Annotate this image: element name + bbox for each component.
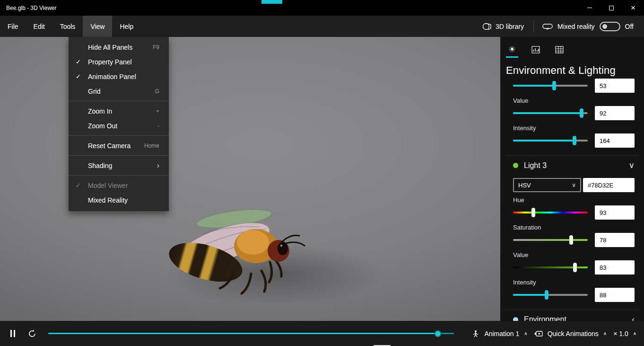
intensity-label: Intensity — [513, 279, 635, 286]
check-icon: ✓ — [76, 73, 81, 80]
light3-section-header[interactable]: Light 3 ∨ — [506, 155, 638, 175]
intensity-label: Intensity — [513, 124, 635, 132]
pause-button[interactable] — [7, 328, 19, 340]
timeline-slider[interactable] — [48, 333, 454, 334]
light3-intensity-slider[interactable] — [513, 288, 588, 302]
speed-label: × 1.0 — [613, 330, 628, 337]
menu-help[interactable]: Help — [112, 16, 141, 37]
3d-library-icon — [482, 22, 492, 31]
slider-handle[interactable] — [552, 81, 556, 90]
light2-value-input[interactable] — [595, 106, 635, 120]
menu-item-hide-all-panels[interactable]: Hide All Panels F9 — [69, 40, 169, 54]
menu-item-mixed-reality[interactable]: Mixed Reality — [69, 193, 169, 207]
grid-icon — [555, 46, 564, 53]
mixed-reality-toggle[interactable] — [600, 22, 620, 31]
maximize-icon — [609, 6, 614, 10]
light2-value-slider[interactable] — [513, 106, 588, 120]
animation-selector[interactable]: Animation 1 ∧ — [471, 329, 527, 338]
tab-lighting[interactable]: ☀ — [506, 45, 518, 58]
menu-separator — [69, 101, 169, 101]
window-controls: × — [579, 0, 644, 16]
value-slider[interactable] — [513, 260, 588, 275]
menu-item-property-panel[interactable]: ✓ Property Panel — [69, 54, 169, 69]
menu-view[interactable]: View — [83, 16, 112, 37]
light2-intensity-input[interactable] — [595, 133, 635, 148]
maximize-button[interactable] — [600, 0, 622, 16]
mixed-reality-label: Mixed reality — [557, 23, 595, 30]
chevron-up-icon: ∧ — [632, 331, 636, 336]
menu-tools[interactable]: Tools — [52, 16, 83, 37]
value-input[interactable] — [595, 260, 635, 275]
tab-stats[interactable] — [530, 46, 542, 58]
quick-animations-button[interactable]: Quick Animations ∧ — [534, 330, 607, 337]
playback-speed-button[interactable]: × 1.0 ∧ — [613, 330, 636, 337]
active-tab-underline — [506, 56, 518, 58]
light3-name: Light 3 — [524, 161, 547, 170]
hue-input[interactable] — [595, 205, 635, 220]
loop-icon — [27, 329, 37, 338]
hue-slider[interactable] — [513, 205, 588, 220]
3d-library-button[interactable]: 3D library — [478, 22, 529, 31]
menu-item-animation-panel[interactable]: ✓ Animation Panel — [69, 69, 169, 84]
environment-section-header[interactable]: Environment ‹ — [506, 310, 638, 321]
saturation-label: Saturation — [513, 224, 635, 231]
value-label: Value — [513, 251, 635, 258]
chevron-up-icon: ∧ — [523, 331, 527, 336]
bee-model[interactable] — [163, 202, 324, 296]
close-button[interactable]: × — [622, 0, 644, 16]
menu-file[interactable]: File — [0, 16, 26, 37]
pause-icon — [10, 330, 12, 337]
slider-handle[interactable] — [580, 108, 583, 118]
3d-library-label: 3D library — [496, 23, 524, 30]
chevron-down-icon[interactable]: ∨ — [629, 160, 635, 170]
menu-item-model-viewer[interactable]: ✓ Model Viewer — [69, 178, 169, 193]
slider-handle[interactable] — [531, 208, 535, 217]
minimize-icon — [587, 8, 592, 8]
light2-saturation-slider[interactable] — [513, 79, 588, 93]
environment-name: Environment — [524, 315, 566, 321]
slider-handle[interactable] — [569, 235, 573, 245]
tab-grid[interactable] — [553, 46, 566, 58]
timeline-handle[interactable] — [435, 330, 442, 337]
check-icon: ✓ — [76, 182, 81, 189]
panel-title: Environment & Lighting — [500, 58, 644, 78]
chevron-down-icon: ∨ — [572, 182, 576, 188]
minimize-button[interactable] — [579, 0, 600, 16]
accent-mark — [261, 0, 282, 4]
saturation-slider[interactable] — [513, 233, 588, 247]
menubar-separator — [533, 21, 534, 32]
slider-handle[interactable] — [545, 290, 548, 300]
saturation-input[interactable] — [595, 233, 635, 247]
hex-color-input[interactable] — [583, 178, 635, 192]
toggle-knob — [602, 24, 607, 29]
chevron-left-icon[interactable]: ‹ — [632, 315, 635, 321]
menu-edit[interactable]: Edit — [26, 16, 52, 37]
menu-item-reset-camera[interactable]: Reset Camera Home — [69, 138, 169, 153]
loop-button[interactable] — [27, 329, 37, 338]
slider-handle[interactable] — [573, 136, 576, 145]
color-mode-select[interactable]: HSV ∨ — [513, 178, 581, 192]
menubar: File Edit Tools View Help 3D library Mix… — [0, 16, 644, 37]
menu-separator — [69, 135, 169, 136]
mixed-reality-state: Off — [625, 23, 634, 30]
menu-item-grid[interactable]: Grid G — [69, 84, 169, 98]
light2-saturation-input[interactable] — [595, 79, 635, 93]
sun-icon: ☀ — [508, 45, 515, 53]
menu-separator — [69, 155, 169, 156]
environment-color-dot — [513, 317, 518, 321]
slider-handle[interactable] — [573, 263, 577, 272]
close-icon: × — [631, 4, 635, 12]
animation-label: Animation 1 — [484, 330, 519, 337]
light3-intensity-input[interactable] — [595, 288, 635, 302]
animation-icon — [471, 329, 480, 338]
chevron-up-icon: ∧ — [602, 331, 607, 336]
mixed-reality-control: Mixed reality Off — [539, 22, 634, 31]
menu-item-zoom-in[interactable]: Zoom In + — [69, 104, 169, 118]
view-menu-dropdown: Hide All Panels F9 ✓ Property Panel ✓ An… — [69, 37, 169, 211]
titlebar: Bee.glb - 3D Viewer × — [0, 0, 644, 16]
menu-item-zoom-out[interactable]: Zoom Out - — [69, 118, 169, 133]
chevron-right-icon: › — [157, 161, 159, 170]
animation-bar: Animation 1 ∧ Quick Animations ∧ × 1.0 ∧ — [0, 321, 644, 346]
menu-item-shading[interactable]: Shading › — [69, 158, 169, 173]
light2-intensity-slider[interactable] — [513, 133, 588, 148]
